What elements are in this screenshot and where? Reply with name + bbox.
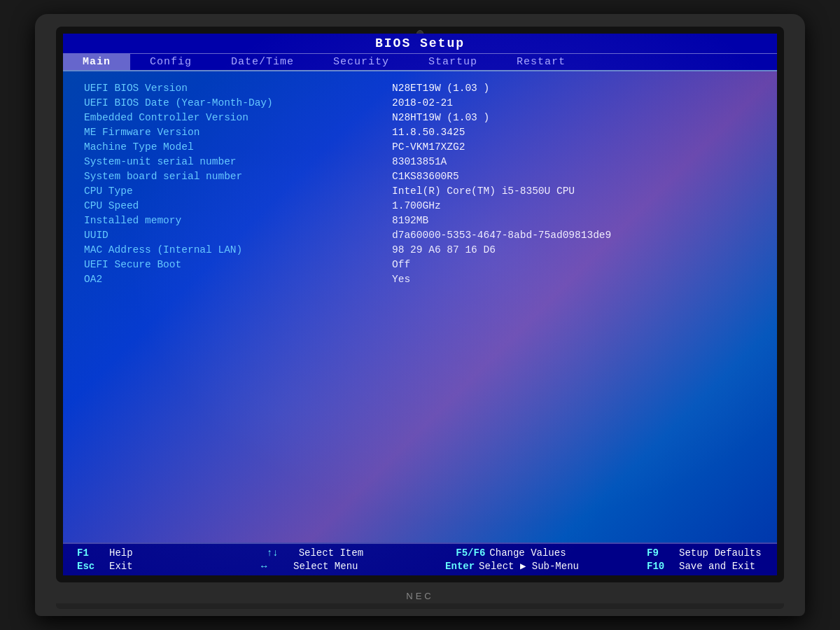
bios-row: UEFI BIOS Date (Year-Month-Day)2018-02-2… [84, 97, 756, 108]
bios-row: System board serial numberC1KS83600R5 [84, 171, 756, 182]
footer-key: ↑↓ [267, 547, 295, 559]
bios-row: Machine Type ModelPC-VKM17XZG2 [84, 141, 756, 153]
nav-item-startup[interactable]: Startup [409, 54, 497, 70]
footer-desc: Select ▶ Sub-Menu [479, 560, 579, 572]
bios-field-label: UUID [84, 230, 392, 241]
brand-label: NEC [406, 591, 433, 601]
footer-key: F1 [77, 547, 105, 559]
footer-row-2: EscExit↔Select MenuEnterSelect ▶ Sub-Men… [77, 560, 763, 572]
footer-key: F5/F6 [456, 547, 485, 559]
bios-row: UEFI BIOS VersionN28ET19W (1.03 ) [84, 83, 756, 94]
footer-key: Esc [77, 561, 105, 572]
bios-row: UUIDd7a60000-5353-4647-8abd-75ad09813de9 [84, 230, 756, 241]
bios-nav: MainConfigDate/TimeSecurityStartupRestar… [63, 54, 777, 71]
bios-row: UEFI Secure BootOff [84, 259, 756, 270]
bios-content: UEFI BIOS VersionN28ET19W (1.03 )UEFI BI… [63, 71, 777, 542]
bios-field-value: N28HT19W (1.03 ) [392, 112, 489, 123]
footer-group: ↔Select Menu [261, 560, 377, 572]
bios-field-label: Machine Type Model [84, 141, 392, 153]
footer-desc: Change Values [489, 547, 573, 559]
nav-item-main[interactable]: Main [63, 54, 130, 70]
footer-desc: Select Item [299, 547, 383, 559]
bios-field-value: 83013851A [392, 156, 447, 167]
footer-spacer [596, 560, 630, 572]
footer-key: ↔ [261, 561, 289, 572]
bios-row: System-unit serial number83013851A [84, 156, 756, 167]
bios-field-label: MAC Address (Internal LAN) [84, 244, 392, 255]
footer-desc: Help [109, 547, 193, 559]
bios-field-label: System board serial number [84, 171, 392, 182]
footer-group: F1Help [77, 547, 193, 559]
bios-row: CPU TypeIntel(R) Core(TM) i5-8350U CPU [84, 186, 756, 197]
bios-row: Embedded Controller VersionN28HT19W (1.0… [84, 112, 756, 123]
nav-item-restart[interactable]: Restart [497, 54, 585, 70]
footer-group: EnterSelect ▶ Sub-Menu [445, 560, 579, 572]
footer-group: ↑↓Select Item [267, 547, 383, 559]
footer-desc: Save and Exit [679, 561, 763, 572]
laptop-outer: BIOS Setup MainConfigDate/TimeSecuritySt… [35, 14, 805, 616]
footer-desc: Setup Defaults [679, 547, 763, 559]
footer-group: F9Setup Defaults [647, 547, 763, 559]
bios-row: Installed memory8192MB [84, 215, 756, 226]
footer-desc: Exit [109, 561, 193, 572]
bios-field-label: UEFI BIOS Version [84, 83, 392, 94]
laptop-hinge [56, 603, 784, 609]
nav-item-config[interactable]: Config [130, 54, 211, 70]
bios-field-label: CPU Type [84, 186, 392, 197]
bios-field-value: 11.8.50.3425 [392, 127, 465, 138]
bios-footer: F1Help↑↓Select ItemF5/F6Change ValuesF9S… [63, 542, 777, 575]
bios-field-label: Embedded Controller Version [84, 112, 392, 123]
bios-field-value: d7a60000-5353-4647-8abd-75ad09813de9 [392, 230, 611, 241]
bios-field-label: UEFI BIOS Date (Year-Month-Day) [84, 97, 392, 108]
bios-title: BIOS Setup [63, 34, 777, 54]
footer-spacer [210, 547, 250, 559]
bios-field-value: C1KS83600R5 [392, 171, 459, 182]
footer-key: F9 [647, 547, 675, 559]
bios-field-label: OA2 [84, 274, 392, 285]
bios-field-value: 8192MB [392, 215, 428, 226]
footer-key: F10 [647, 561, 675, 572]
nav-item-date-time[interactable]: Date/Time [211, 54, 314, 70]
bios-field-value: PC-VKM17XZG2 [392, 141, 465, 153]
footer-desc: Select Menu [293, 561, 377, 572]
footer-group: EscExit [77, 560, 193, 572]
footer-spacer [394, 560, 428, 572]
bios-row: ME Firmware Version11.8.50.3425 [84, 127, 756, 138]
bios-row: OA2Yes [84, 274, 756, 285]
bios-field-label: System-unit serial number [84, 156, 392, 167]
bios-field-value: 98 29 A6 87 16 D6 [392, 244, 496, 255]
bios-field-label: CPU Speed [84, 200, 392, 211]
footer-spacer [400, 547, 440, 559]
bios-field-value: Off [392, 259, 410, 270]
bios-field-label: ME Firmware Version [84, 127, 392, 138]
footer-spacer [590, 547, 630, 559]
laptop-bottom: NEC [56, 582, 784, 609]
bios-field-value: Yes [392, 274, 410, 285]
footer-key: Enter [445, 561, 475, 572]
nav-item-security[interactable]: Security [314, 54, 409, 70]
footer-group: F5/F6Change Values [456, 547, 573, 559]
footer-row-1: F1Help↑↓Select ItemF5/F6Change ValuesF9S… [77, 547, 763, 559]
screen-bezel: BIOS Setup MainConfigDate/TimeSecuritySt… [56, 27, 784, 582]
bios-screen: BIOS Setup MainConfigDate/TimeSecuritySt… [63, 34, 777, 575]
bios-row: MAC Address (Internal LAN)98 29 A6 87 16… [84, 244, 756, 255]
bios-field-label: Installed memory [84, 215, 392, 226]
bios-field-value: 2018-02-21 [392, 97, 453, 108]
footer-spacer [210, 560, 244, 572]
bios-field-value: 1.700GHz [392, 200, 441, 211]
bios-field-value: N28ET19W (1.03 ) [392, 83, 489, 94]
bios-row: CPU Speed1.700GHz [84, 200, 756, 211]
footer-group: F10Save and Exit [647, 560, 763, 572]
bios-field-value: Intel(R) Core(TM) i5-8350U CPU [392, 186, 575, 197]
bios-field-label: UEFI Secure Boot [84, 259, 392, 270]
